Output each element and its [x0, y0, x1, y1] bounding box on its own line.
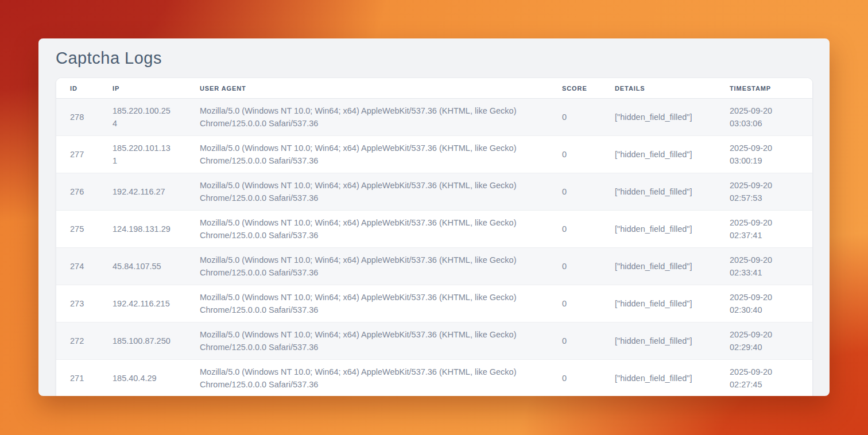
cell-score: 0	[548, 211, 601, 248]
table-row: 271185.40.4.29Mozilla/5.0 (Windows NT 10…	[56, 360, 813, 397]
cell-id: 272	[56, 323, 99, 360]
cell-score: 0	[548, 360, 601, 397]
cell-id: 274	[56, 248, 99, 285]
cell-id: 275	[56, 211, 99, 248]
cell-user-agent: Mozilla/5.0 (Windows NT 10.0; Win64; x64…	[186, 323, 548, 360]
cell-id: 271	[56, 360, 99, 397]
table-row: 278185.220.100.254Mozilla/5.0 (Windows N…	[56, 99, 813, 136]
cell-user-agent: Mozilla/5.0 (Windows NT 10.0; Win64; x64…	[186, 285, 548, 323]
cell-timestamp: 2025-09-20 02:33:41	[716, 248, 813, 285]
cell-id: 278	[56, 99, 99, 136]
cell-timestamp: 2025-09-20 02:27:45	[716, 360, 813, 397]
cell-user-agent: Mozilla/5.0 (Windows NT 10.0; Win64; x64…	[186, 99, 548, 136]
cell-timestamp: 2025-09-20 02:29:40	[716, 323, 813, 360]
cell-user-agent: Mozilla/5.0 (Windows NT 10.0; Win64; x64…	[186, 211, 548, 248]
column-header-score: SCORE	[548, 78, 601, 99]
logs-table: ID IP USER AGENT SCORE DETAILS TIMESTAMP…	[56, 78, 813, 396]
page-title: Captcha Logs	[56, 49, 813, 68]
cell-user-agent: Mozilla/5.0 (Windows NT 10.0; Win64; x64…	[186, 136, 548, 173]
cell-details: ["hidden_field_filled"]	[601, 323, 716, 360]
cell-timestamp: 2025-09-20 02:30:40	[716, 285, 813, 323]
column-header-details: DETAILS	[601, 78, 716, 99]
cell-id: 276	[56, 173, 99, 211]
cell-details: ["hidden_field_filled"]	[601, 211, 716, 248]
cell-timestamp: 2025-09-20 02:57:53	[716, 173, 813, 211]
cell-details: ["hidden_field_filled"]	[601, 173, 716, 211]
cell-details: ["hidden_field_filled"]	[601, 99, 716, 136]
desktop-background: Captcha Logs ID IP USER AGENT SCORE DETA…	[0, 0, 868, 435]
cell-score: 0	[548, 323, 601, 360]
logs-table-header: ID IP USER AGENT SCORE DETAILS TIMESTAMP	[56, 78, 813, 99]
header-row: ID IP USER AGENT SCORE DETAILS TIMESTAMP	[56, 78, 813, 99]
cell-ip: 185.220.100.254	[99, 99, 186, 136]
table-row: 27445.84.107.55Mozilla/5.0 (Windows NT 1…	[56, 248, 813, 285]
cell-user-agent: Mozilla/5.0 (Windows NT 10.0; Win64; x64…	[186, 360, 548, 397]
cell-ip: 185.220.101.131	[99, 136, 186, 173]
cell-id: 277	[56, 136, 99, 173]
cell-score: 0	[548, 99, 601, 136]
column-header-timestamp: TIMESTAMP	[716, 78, 813, 99]
cell-details: ["hidden_field_filled"]	[601, 136, 716, 173]
cell-details: ["hidden_field_filled"]	[601, 360, 716, 397]
logs-table-body: 278185.220.100.254Mozilla/5.0 (Windows N…	[56, 99, 813, 397]
cell-timestamp: 2025-09-20 03:00:19	[716, 136, 813, 173]
table-row: 277185.220.101.131Mozilla/5.0 (Windows N…	[56, 136, 813, 173]
column-header-ip: IP	[99, 78, 186, 99]
table-row: 276192.42.116.27Mozilla/5.0 (Windows NT …	[56, 173, 813, 211]
cell-ip: 185.100.87.250	[99, 323, 186, 360]
column-header-id: ID	[56, 78, 99, 99]
cell-score: 0	[548, 136, 601, 173]
cell-score: 0	[548, 173, 601, 211]
cell-ip: 192.42.116.27	[99, 173, 186, 211]
captcha-logs-panel: Captcha Logs ID IP USER AGENT SCORE DETA…	[38, 38, 830, 396]
cell-ip: 185.40.4.29	[99, 360, 186, 397]
cell-ip: 192.42.116.215	[99, 285, 186, 323]
table-row: 272185.100.87.250Mozilla/5.0 (Windows NT…	[56, 323, 813, 360]
cell-ip: 124.198.131.29	[99, 211, 186, 248]
cell-details: ["hidden_field_filled"]	[601, 285, 716, 323]
cell-timestamp: 2025-09-20 02:37:41	[716, 211, 813, 248]
cell-details: ["hidden_field_filled"]	[601, 248, 716, 285]
cell-timestamp: 2025-09-20 03:03:06	[716, 99, 813, 136]
column-header-useragent: USER AGENT	[186, 78, 548, 99]
table-row: 273192.42.116.215Mozilla/5.0 (Windows NT…	[56, 285, 813, 323]
table-row: 275124.198.131.29Mozilla/5.0 (Windows NT…	[56, 211, 813, 248]
cell-ip: 45.84.107.55	[99, 248, 186, 285]
cell-id: 273	[56, 285, 99, 323]
logs-table-container: ID IP USER AGENT SCORE DETAILS TIMESTAMP…	[56, 77, 813, 396]
cell-score: 0	[548, 248, 601, 285]
cell-user-agent: Mozilla/5.0 (Windows NT 10.0; Win64; x64…	[186, 248, 548, 285]
cell-user-agent: Mozilla/5.0 (Windows NT 10.0; Win64; x64…	[186, 173, 548, 211]
cell-score: 0	[548, 285, 601, 323]
